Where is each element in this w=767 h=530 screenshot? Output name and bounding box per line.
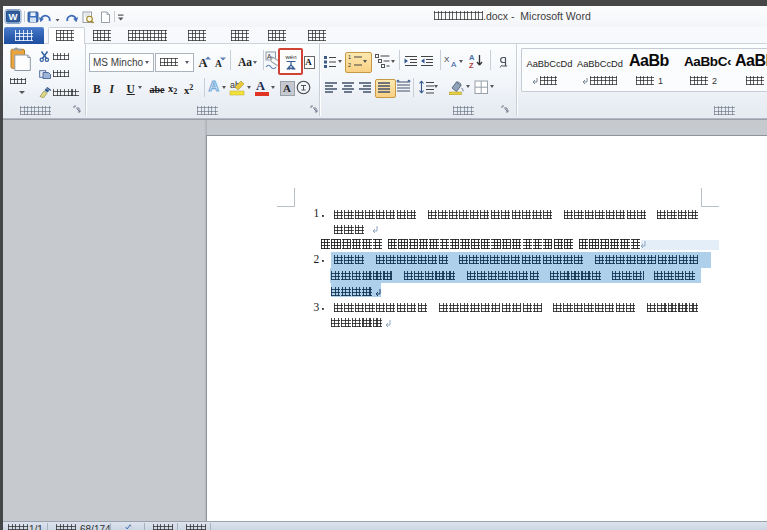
svg-text:W: W (9, 11, 18, 22)
svg-text:Z: Z (469, 61, 474, 69)
svg-text:wén: wén (284, 54, 296, 60)
svg-text:A: A (451, 60, 457, 68)
svg-text:1: 1 (348, 54, 351, 60)
svg-text:X: X (444, 55, 450, 64)
svg-text:2: 2 (348, 62, 351, 68)
